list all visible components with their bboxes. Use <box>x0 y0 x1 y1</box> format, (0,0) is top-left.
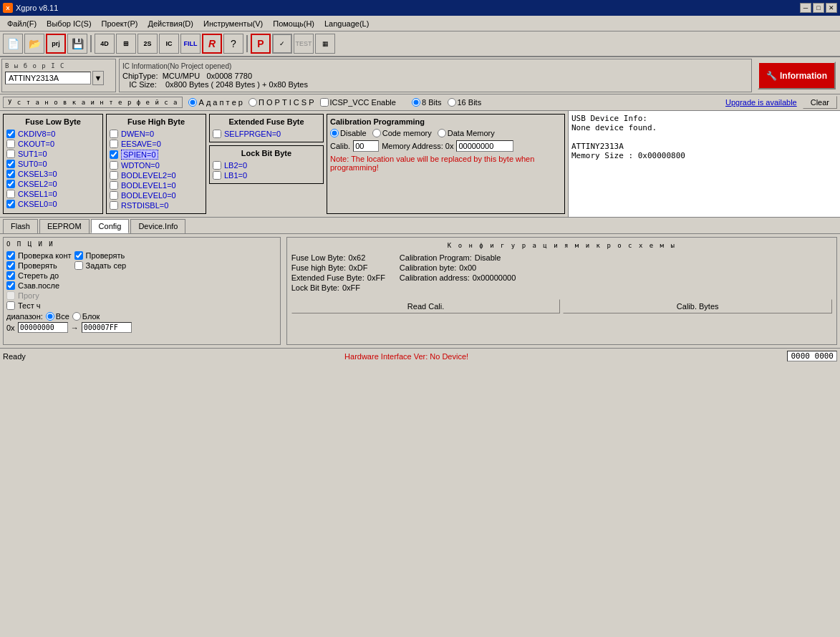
fuse-high-cb-2[interactable] <box>110 150 118 159</box>
port-icsp-radio[interactable] <box>248 98 257 107</box>
fuse-high-label-6[interactable]: BODLEVEL0=0 <box>121 191 176 200</box>
menu-tools[interactable]: Инструменты(V) <box>199 18 267 29</box>
toolbar-new[interactable]: 📄 <box>3 34 23 54</box>
lock-bit-label-1[interactable]: LB1=0 <box>224 171 247 180</box>
tab-config[interactable]: Config <box>91 219 130 233</box>
fuse-low-cb-0[interactable] <box>6 130 15 138</box>
toolbar-25[interactable]: 2S <box>137 34 158 54</box>
maximize-button[interactable]: □ <box>813 3 824 13</box>
calib-bytes-button[interactable]: Calib. Bytes <box>563 299 832 313</box>
upgrade-link[interactable]: Upgrade is available <box>725 98 797 107</box>
adapter-radio[interactable] <box>188 98 197 107</box>
fuse-low-cb-2[interactable] <box>6 150 15 158</box>
fuse-low-label-7[interactable]: CKSEL0=0 <box>18 200 57 208</box>
fuse-high-label-7[interactable]: RSTDISBL=0 <box>121 201 168 210</box>
menu-file[interactable]: Файл(F) <box>3 18 41 29</box>
menu-actions[interactable]: Действия(D) <box>144 18 198 29</box>
ext-fuse-cb-0[interactable] <box>213 130 221 138</box>
ic-select-dropdown[interactable]: ▼ <box>92 71 104 85</box>
fuse-high-label-2[interactable]: SPIEN=0 <box>121 150 158 160</box>
menu-language[interactable]: Language(L) <box>320 18 373 29</box>
range-from-input[interactable] <box>18 322 68 333</box>
fuse-high-cb-4[interactable] <box>110 171 118 180</box>
tab-flash[interactable]: Flash <box>3 219 38 233</box>
close-button[interactable]: ✕ <box>826 3 837 13</box>
calib-data-radio[interactable] <box>438 129 446 137</box>
toolbar-8d[interactable]: ⊞ <box>116 34 136 54</box>
fuse-low-label-5[interactable]: CKSEL2=0 <box>18 180 57 188</box>
calib-disable-label[interactable]: Disable <box>330 129 367 137</box>
toolbar-4d[interactable]: 4D <box>95 34 115 54</box>
option-cb-3[interactable] <box>6 271 15 280</box>
fuse-high-cb-3[interactable] <box>110 161 118 170</box>
range-all-radio[interactable] <box>46 312 54 321</box>
fuse-high-label-5[interactable]: BODLEVEL1=0 <box>121 181 176 190</box>
fuse-low-label-3[interactable]: SUT0=0 <box>18 160 47 168</box>
fuse-low-label-1[interactable]: CKOUT=0 <box>18 140 54 148</box>
calib-value-input[interactable] <box>353 140 379 152</box>
calib-code-radio[interactable] <box>372 129 381 137</box>
range-all-label[interactable]: Все <box>46 312 69 321</box>
lock-bit-cb-1[interactable] <box>213 171 221 180</box>
fuse-high-cb-5[interactable] <box>110 181 118 190</box>
option-cb-2[interactable] <box>6 261 15 270</box>
icsp-vcc-checkbox[interactable] <box>320 98 329 107</box>
toolbar-r[interactable]: R <box>202 34 222 54</box>
fuse-low-label-2[interactable]: SUT1=0 <box>18 150 47 158</box>
toolbar-ic[interactable]: IC <box>159 34 179 54</box>
fuse-high-label-0[interactable]: DWEN=0 <box>121 130 154 138</box>
fuse-low-label-6[interactable]: CKSEL1=0 <box>18 190 57 198</box>
fuse-low-cb-4[interactable] <box>6 170 15 178</box>
read-cali-button[interactable]: Read Cali. <box>291 299 561 313</box>
option-cb-7[interactable] <box>6 301 15 310</box>
lock-bit-cb-0[interactable] <box>213 161 221 170</box>
option-zadsat-cb[interactable] <box>74 261 83 270</box>
bits8-radio[interactable] <box>412 98 420 107</box>
minimize-button[interactable]: ─ <box>800 3 811 13</box>
fuse-low-cb-5[interactable] <box>6 180 15 188</box>
toolbar-verify[interactable]: ✓ <box>272 34 292 54</box>
toolbar-fill[interactable]: FILL <box>180 34 201 54</box>
menu-ic-select[interactable]: Выбор IC(S) <box>42 18 96 29</box>
tab-eeprom[interactable]: EEPROM <box>39 219 90 233</box>
fuse-low-cb-7[interactable] <box>6 200 15 208</box>
toolbar-open[interactable]: 📂 <box>24 34 44 54</box>
range-to-input[interactable] <box>82 322 132 333</box>
fuse-low-label-0[interactable]: CKDIV8=0 <box>18 130 55 138</box>
fuse-high-cb-1[interactable] <box>110 140 118 148</box>
fuse-high-label-4[interactable]: BODLEVEL2=0 <box>121 171 176 180</box>
icsp-vcc-label[interactable]: ICSP_VCC Enable <box>320 98 396 107</box>
range-blok-radio[interactable] <box>72 312 81 321</box>
fuse-high-cb-6[interactable] <box>110 191 118 200</box>
toolbar-prj[interactable]: prj <box>46 34 66 54</box>
toolbar-p-red[interactable]: P <box>251 34 271 54</box>
toolbar-save[interactable]: 💾 <box>67 34 87 54</box>
ic-select-box[interactable]: ATTINY2313A <box>5 72 91 84</box>
fuse-high-label-3[interactable]: WDTON=0 <box>121 161 160 170</box>
lock-bit-label-0[interactable]: LB2=0 <box>224 161 247 170</box>
toolbar-question[interactable]: ? <box>223 34 243 54</box>
range-blok-label[interactable]: Блок <box>72 312 100 321</box>
menu-help[interactable]: Помощь(Н) <box>269 18 319 29</box>
port-icsp-label[interactable]: П О Р Т I C S P <box>248 98 314 107</box>
option-cb-0[interactable] <box>6 251 15 260</box>
toolbar-test[interactable]: TEST <box>294 34 314 54</box>
fuse-high-cb-0[interactable] <box>110 130 118 138</box>
adapter-radio-label[interactable]: А д а п т е р <box>188 98 242 107</box>
bits8-label[interactable]: 8 Bits <box>412 98 442 107</box>
fuse-high-label-1[interactable]: EESAVE=0 <box>121 140 161 148</box>
bits16-label[interactable]: 16 Bits <box>448 98 482 107</box>
fuse-low-label-4[interactable]: CKSEL3=0 <box>18 170 57 178</box>
calib-code-label[interactable]: Code memory <box>372 129 432 137</box>
menu-project[interactable]: Проект(Р) <box>97 18 143 29</box>
fuse-low-cb-1[interactable] <box>6 140 15 148</box>
toolbar-prog[interactable]: ▦ <box>315 34 335 54</box>
fuse-low-cb-6[interactable] <box>6 190 15 198</box>
option-cb-6[interactable] <box>6 291 15 300</box>
ext-fuse-label-0[interactable]: SELFPRGEN=0 <box>224 130 281 138</box>
calib-disable-radio[interactable] <box>330 129 339 137</box>
information-button[interactable]: 🔧 Information <box>758 62 836 89</box>
bits16-radio[interactable] <box>448 98 456 107</box>
clear-button[interactable]: Clear <box>803 96 837 109</box>
calib-data-label[interactable]: Data Memory <box>438 129 495 137</box>
